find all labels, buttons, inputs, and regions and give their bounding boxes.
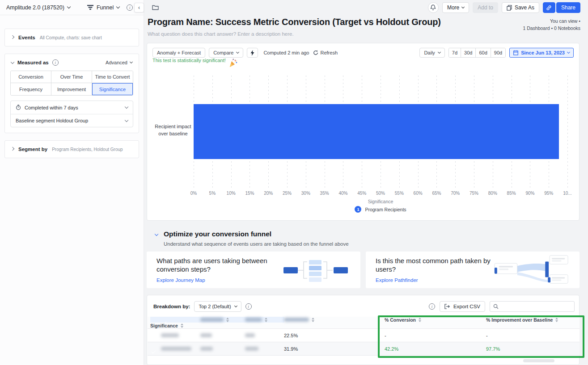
advanced-toggle[interactable]: Advanced bbox=[106, 60, 132, 65]
copy-link-button[interactable] bbox=[543, 2, 555, 13]
table-header-row: % Conversion % Improvement over Baseline… bbox=[148, 317, 580, 329]
chart-toolbar-right: Daily 7d 30d 60d 90d Since Jun 13, 2023 bbox=[419, 48, 574, 58]
header-pct-conversion[interactable]: % Conversion bbox=[385, 317, 486, 323]
refresh-label: Refresh bbox=[321, 50, 338, 55]
breakdown-selector-value: Top 2 (Default) bbox=[199, 304, 231, 309]
redacted-cell bbox=[161, 333, 179, 337]
x-tick: 10... bbox=[563, 191, 571, 196]
chart-card: Anomaly + Forecast Compare Computed 2 mi… bbox=[147, 43, 580, 221]
legend-series-label[interactable]: Program Recipients bbox=[365, 207, 406, 212]
option-significance-selected[interactable]: Significance bbox=[92, 83, 133, 95]
completed-within-label: Completed within 7 days bbox=[25, 105, 78, 110]
header-pct-improvement[interactable]: % Improvement over Baseline bbox=[486, 317, 580, 323]
more-button[interactable]: More bbox=[442, 2, 469, 13]
journey-map-question: What paths are users taking between conv… bbox=[157, 256, 277, 273]
option-frequency[interactable]: Frequency bbox=[11, 83, 51, 95]
events-panel-header[interactable]: Events All Compute, charts: save chart bbox=[5, 29, 139, 46]
x-tick: 70% bbox=[451, 191, 460, 196]
chevron-down-icon bbox=[125, 118, 128, 122]
info-icon[interactable]: i bbox=[245, 303, 252, 310]
header-segment-redacted[interactable] bbox=[200, 318, 245, 322]
page-title[interactable]: Program Name: Success Metric Conversion … bbox=[148, 17, 441, 27]
completed-within-row[interactable]: Completed within 7 days bbox=[11, 101, 133, 114]
legend-series-dot[interactable]: 1 bbox=[355, 206, 361, 213]
journey-map-illustration bbox=[283, 256, 350, 283]
measured-as-header[interactable]: Measured as i Advanced bbox=[10, 59, 133, 66]
chevron-down-icon bbox=[116, 5, 120, 8]
x-tick: 40% bbox=[338, 191, 347, 196]
breakdown-card: Breakdown by: Top 2 (Default) i i Export… bbox=[147, 295, 580, 365]
export-csv-button[interactable]: Export CSV bbox=[440, 301, 485, 312]
breakdown-toolbar-right: i Export CSV bbox=[429, 301, 575, 312]
add-to-button[interactable]: Add to bbox=[473, 2, 498, 13]
link-icon bbox=[546, 5, 552, 11]
header-conversion-redacted[interactable] bbox=[284, 318, 385, 322]
range-90d[interactable]: 90d bbox=[491, 48, 505, 57]
stopwatch-icon bbox=[16, 105, 21, 110]
breakdown-toolbar: Breakdown by: Top 2 (Default) i bbox=[153, 301, 252, 312]
refresh-button[interactable]: Refresh bbox=[313, 50, 338, 55]
range-60d[interactable]: 60d bbox=[475, 48, 490, 57]
info-icon[interactable]: i bbox=[52, 59, 59, 66]
x-tick: 50% bbox=[376, 191, 385, 196]
option-over-time[interactable]: Over Time bbox=[51, 71, 92, 83]
breakdown-selector[interactable]: Top 2 (Default) bbox=[194, 301, 241, 312]
explore-journey-map-link[interactable]: Explore Journey Map bbox=[157, 277, 205, 283]
redacted-cell bbox=[200, 333, 212, 337]
explore-pathfinder-link[interactable]: Explore Pathfinder bbox=[376, 277, 418, 283]
description-input[interactable]: What question does this chart answer? En… bbox=[148, 31, 294, 37]
search-input[interactable] bbox=[501, 304, 571, 309]
option-conversion[interactable]: Conversion bbox=[11, 71, 51, 83]
advanced-label: Advanced bbox=[106, 60, 127, 65]
significance-banner-text: This test is statistically significant! bbox=[152, 58, 226, 63]
events-summary: All Compute, charts: save chart bbox=[40, 35, 102, 40]
export-icon bbox=[444, 304, 450, 309]
x-tick: 5% bbox=[209, 191, 216, 196]
chart-toolbar-left: Anomaly + Forecast Compare Computed 2 mi… bbox=[152, 48, 338, 58]
x-tick: 45% bbox=[357, 191, 366, 196]
sidebar-collapse-button[interactable]: ‹ bbox=[134, 3, 144, 13]
party-popper-icon bbox=[228, 58, 238, 68]
refresh-icon bbox=[313, 50, 318, 55]
save-as-button[interactable]: Save As bbox=[502, 2, 539, 13]
interval-select[interactable]: Daily bbox=[419, 48, 444, 58]
date-range-presets: 7d 30d 60d 90d bbox=[448, 48, 506, 58]
segment-by-header[interactable]: Segment by Program Recipients, Holdout G… bbox=[5, 141, 139, 158]
events-panel: Events All Compute, charts: save chart bbox=[4, 29, 139, 46]
info-icon[interactable]: i bbox=[429, 303, 435, 310]
collapse-section-chevron[interactable] bbox=[155, 232, 158, 236]
optimize-subtitle: Understand what sequence of events users… bbox=[164, 241, 349, 247]
share-button[interactable]: Share bbox=[556, 2, 580, 13]
significance-banner: This test is statistically significant! bbox=[152, 58, 238, 68]
pathfinder-card: Is this the most common path taken by us… bbox=[366, 252, 580, 288]
notifications-button[interactable] bbox=[428, 2, 439, 13]
quick-insights-button[interactable] bbox=[247, 48, 258, 58]
permission-label: You can view • bbox=[523, 17, 580, 25]
range-30d[interactable]: 30d bbox=[461, 48, 475, 57]
option-improvement[interactable]: Improvement bbox=[51, 83, 92, 95]
info-icon[interactable]: i bbox=[127, 4, 133, 11]
date-range-picker[interactable]: Since Jun 13, 2023 bbox=[509, 48, 574, 58]
x-tick: 75% bbox=[470, 191, 478, 196]
x-tick: 15% bbox=[245, 191, 254, 196]
segment-by-panel: Segment by Program Recipients, Holdout G… bbox=[4, 140, 139, 158]
sort-icon bbox=[555, 318, 558, 322]
range-7d[interactable]: 7d bbox=[449, 48, 461, 57]
project-selector[interactable]: Amplitude 2.0 (187520) bbox=[6, 4, 70, 11]
optimize-title: Optimize your conversion funnel bbox=[164, 230, 271, 238]
anomaly-forecast-button[interactable]: Anomaly + Forecast bbox=[152, 48, 205, 58]
horizontal-scrollbar-thumb[interactable] bbox=[523, 359, 554, 362]
computed-status: Computed 2 min ago bbox=[263, 50, 309, 55]
interval-label: Daily bbox=[424, 50, 435, 55]
folder-icon[interactable] bbox=[152, 4, 159, 10]
header-significance[interactable]: Significance bbox=[150, 323, 161, 328]
header-count-redacted[interactable] bbox=[245, 318, 284, 322]
table-search[interactable] bbox=[490, 301, 575, 312]
segment-by-summary: Program Recipients, Holdout Group bbox=[52, 147, 123, 152]
chart-type-selector[interactable]: Funnel bbox=[87, 4, 119, 11]
x-tick: 30% bbox=[301, 191, 310, 196]
gridline bbox=[567, 76, 568, 189]
option-time-to-convert[interactable]: Time to Convert bbox=[92, 71, 133, 83]
baseline-segment-row[interactable]: Baseline segment Holdout Group bbox=[11, 114, 133, 127]
compare-button[interactable]: Compare bbox=[209, 48, 243, 58]
